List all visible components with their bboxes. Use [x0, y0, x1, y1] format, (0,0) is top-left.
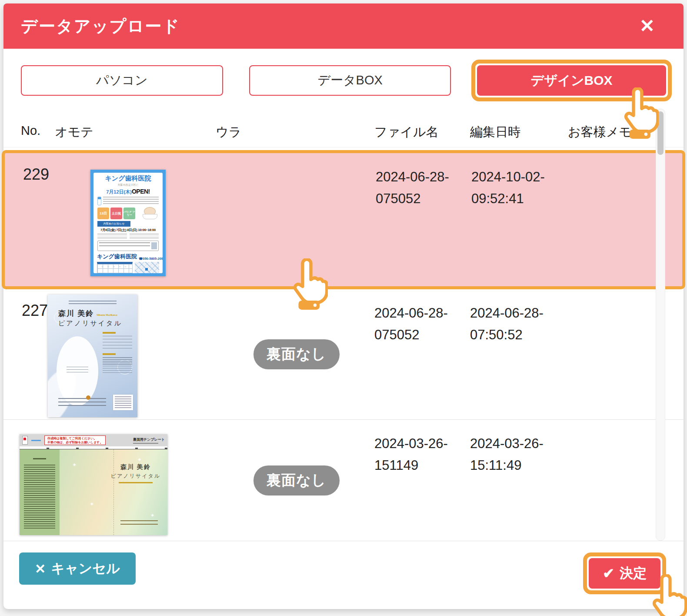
fold-dashed-line [113, 449, 114, 535]
info-box [113, 395, 133, 410]
fold-mark [23, 438, 26, 440]
table-row-224[interactable]: 224 作成時は複製してご利用ください。 不要の物は、必ず削除をお願いします。 … [3, 420, 684, 541]
no-back-badge: 裏面なし [253, 465, 340, 495]
edited-line2: 07:50:52 [470, 324, 568, 346]
confirm-label: 決定 [620, 564, 647, 583]
col-front: オモテ [55, 124, 216, 141]
text-lines-decoration [103, 197, 159, 205]
row-227-back-cell: 裏面なし [216, 289, 374, 419]
x-icon: ✕ [35, 561, 46, 576]
dialog-header: データアップロード ✕ [3, 3, 684, 49]
template-header: 作成時は複製してご利用ください。 不要の物は、必ず削除をお願いします。 裏面用テ… [20, 434, 167, 446]
dental-course-box [97, 241, 159, 251]
tab-pc[interactable]: パソコン [21, 65, 223, 96]
filename-line2: 075052 [374, 324, 470, 346]
badge-weekend: 土日祝 [110, 208, 122, 219]
dental-flyer-inner: キング歯科医院 大阪市西淀川区に 7月12日(木)OPEN! 13日 土日祝 バ… [93, 173, 163, 273]
dental-phone: ☎050-5805-2094 [139, 257, 163, 261]
arrow-decoration [31, 440, 41, 441]
col-filename: ファイル名 [374, 124, 470, 141]
text-lines-decoration [99, 242, 150, 248]
row-229-back-cell [217, 153, 376, 286]
dental-footer-name: キング歯科医院 [97, 253, 137, 261]
table-row-229-selected[interactable]: 229 キング歯科医院 大阪市西淀川区に 7月12日(木)OPEN! 13日 土… [2, 150, 685, 289]
row-227-front-cell: 227 森川 美鈴Misuzu Morikawa ピアノリサイタル [21, 289, 216, 419]
filename-line2: 075052 [376, 188, 471, 210]
piano-performer-name: 森川 美鈴Misuzu Morikawa [58, 308, 137, 318]
row-224-filename: 2024-03-26- 151149 [374, 420, 470, 541]
filename-line1: 2024-06-28- [374, 302, 470, 324]
dental-flyer-thumbnail: キング歯科医院 大阪市西淀川区に 7月12日(木)OPEN! 13日 土日祝 バ… [90, 170, 166, 276]
filename-line2: 151149 [374, 455, 470, 476]
text-lines-decoration [103, 357, 132, 375]
text-lines-decoration [24, 465, 55, 530]
row-229-memo [569, 153, 665, 286]
row-229-edited: 2024-10-02- 09:52:41 [471, 153, 569, 286]
badge-days: 13日 [97, 208, 109, 219]
filename-line1: 2024-03-26- [374, 433, 470, 455]
fold-icon [22, 436, 28, 445]
row-224-front-cell: 224 作成時は複製してご利用ください。 不要の物は、必ず削除をお願いします。 … [21, 420, 216, 541]
gold-heading-bar [103, 353, 116, 355]
tab-designbox[interactable]: デザインBOX [477, 65, 666, 96]
gold-heading-bar [119, 482, 153, 483]
table-row-227[interactable]: 227 森川 美鈴Misuzu Morikawa ピアノリサイタル [3, 289, 684, 420]
gold-heading-bar [103, 332, 116, 334]
dental-open-word: OPEN! [132, 188, 150, 195]
oval-panel [57, 336, 98, 406]
cancel-button[interactable]: ✕ キャンセル [19, 552, 136, 585]
template-warning-box: 作成時は複製してご利用ください。 不要の物は、必ず削除をお願いします。 [44, 435, 106, 445]
sparkle-decoration: ✦ [138, 457, 141, 462]
sparkle-decoration: ✦ [151, 513, 154, 518]
col-memo: お客様メモ [568, 124, 666, 141]
edited-line1: 2024-10-02- [471, 166, 569, 188]
row-227-memo [568, 289, 666, 419]
badge-barrier-free: バリア フリー [123, 208, 135, 219]
edited-line2: 09:52:41 [471, 188, 569, 210]
text-lines-decoration [103, 336, 132, 350]
no-back-badge: 裏面なし [253, 339, 340, 369]
text-lines-decoration [33, 458, 46, 459]
row-229-front-cell: 229 キング歯科医院 大阪市西淀川区に 7月12日(木)OPEN! 13日 土… [22, 153, 217, 286]
template-header-right: 裏面用テンプレート [133, 437, 165, 444]
text-lines-decoration [133, 443, 158, 444]
dental-subtitle: 大阪市西淀川区に [93, 183, 163, 187]
text-lines-decoration [97, 234, 127, 239]
piano-recital-thumbnail: 森川 美鈴Misuzu Morikawa ピアノリサイタル [48, 295, 137, 417]
text-lines-decoration [58, 398, 106, 408]
row-224-edited: 2024-03-26- 15:11:49 [470, 420, 568, 541]
confirm-button[interactable]: ✔ 決定 [589, 558, 660, 589]
template-thumbnail: 作成時は複製してご利用ください。 不要の物は、必ず削除をお願いします。 裏面用テ… [20, 434, 167, 535]
bubble-decoration [54, 312, 65, 323]
tab-databox[interactable]: データBOX [249, 65, 451, 96]
pastel-art-panel: ✦ ✦ ✦ ✦ 森川 美鈴 ピアノリサイタル [60, 449, 167, 535]
toothpaste-character [97, 197, 101, 205]
scrollbar-thumb[interactable] [657, 111, 664, 155]
sparkle-decoration: ✦ [73, 462, 76, 467]
design-box-highlight-ring: デザインBOX [471, 60, 672, 101]
program-column [103, 332, 132, 375]
dental-footer: キング歯科医院 ☎050-5805-2094 [93, 253, 163, 261]
warning-line1: 作成時は複製してご利用ください。 [47, 436, 103, 440]
cancel-label: キャンセル [51, 559, 120, 578]
highlight-ring-border: デザインBOX [471, 60, 672, 101]
scrollbar-track[interactable] [656, 109, 665, 541]
check-icon: ✔ [603, 565, 614, 582]
warning-line2: 不要の物は、必ず削除をお願いします。 [47, 440, 103, 444]
col-edited: 編集日時 [470, 124, 568, 141]
dental-intro-paragraph [93, 197, 163, 205]
row-224-memo [568, 420, 666, 541]
row-number: 227 [22, 301, 48, 320]
edited-line1: 2024-06-28- [470, 302, 568, 324]
gold-dot-decoration [86, 395, 90, 400]
confirm-button-highlight: ✔ 決定 [583, 552, 666, 594]
dental-notice-badge: 内覧会のお知らせ [97, 221, 130, 227]
dental-open-line: 7月12日(木)OPEN! [93, 187, 163, 195]
map-pin [145, 268, 148, 271]
close-icon[interactable]: ✕ [640, 17, 655, 35]
access-map [135, 262, 159, 273]
text-lines-decoration [130, 234, 159, 239]
dialog-title: データアップロード [21, 15, 180, 37]
event-time: 10:00~16:00 [138, 228, 156, 232]
highlight-ring-border: ✔ 決定 [583, 552, 666, 594]
